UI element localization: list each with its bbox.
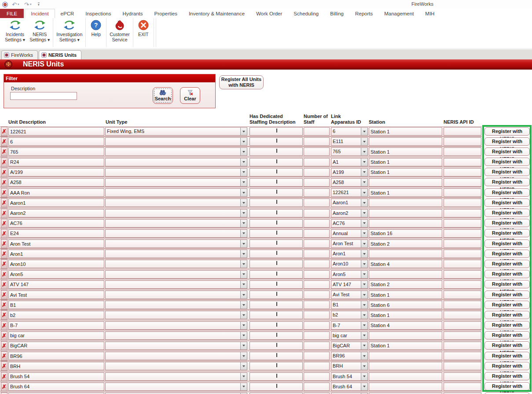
station-input[interactable] [369,147,442,156]
station-input[interactable] [369,311,442,319]
has-dedicated-staffing-cell[interactable] [249,321,303,330]
unit-description-input[interactable] [8,280,104,289]
unit-description-input[interactable] [8,178,104,187]
ribbon-tab-epcr[interactable]: ePCR [55,9,80,18]
dropdown-chevron-icon[interactable] [361,342,367,350]
neris-api-id-input[interactable] [444,239,481,248]
link-apparatus-select[interactable]: Aron1 [331,250,368,258]
dropdown-chevron-icon[interactable] [361,169,367,176]
delete-row-button[interactable]: ✗ [1,229,7,238]
number-of-staff-input[interactable] [304,178,330,187]
link-apparatus-select[interactable]: 6 [331,127,368,136]
station-input[interactable] [369,280,442,289]
neris-api-id-input[interactable] [444,331,481,340]
dropdown-chevron-icon[interactable] [361,301,367,309]
dropdown-chevron-icon[interactable] [361,322,367,329]
dropdown-chevron-icon[interactable] [240,250,247,258]
has-dedicated-staffing-cell[interactable] [249,229,303,238]
doc-tab-fireworks[interactable]: FireWorks [1,50,38,59]
has-dedicated-staffing-cell[interactable] [249,250,303,258]
link-apparatus-select[interactable]: 765 [331,147,368,156]
clear-button[interactable]: Clear [180,87,200,104]
has-dedicated-staffing-cell[interactable] [249,331,303,340]
link-apparatus-select[interactable]: big car [331,331,368,340]
dropdown-chevron-icon[interactable] [361,271,367,278]
neris-settings-button[interactable]: NERISSettings ▾ [27,18,52,47]
station-input[interactable] [369,178,442,187]
station-input[interactable] [369,270,442,279]
has-dedicated-staffing-cell[interactable] [249,352,303,360]
neris-api-id-input[interactable] [444,250,481,258]
number-of-staff-input[interactable] [304,342,330,350]
register-with-neris-button[interactable]: Register with NERIS [484,137,530,146]
register-with-neris-button[interactable]: Register with NERIS [484,382,530,390]
unit-type-select[interactable] [105,383,247,391]
unit-type-select[interactable] [105,239,247,248]
delete-row-button[interactable]: ✗ [1,351,7,361]
neris-api-id-input[interactable] [444,311,481,319]
has-dedicated-staffing-cell[interactable] [249,270,303,279]
unit-description-input[interactable] [8,321,104,330]
register-with-neris-button[interactable]: Register with NERIS [484,168,530,176]
dropdown-chevron-icon[interactable] [361,220,367,227]
station-input[interactable] [369,188,442,197]
dropdown-chevron-icon[interactable] [240,148,247,155]
delete-row-button[interactable]: ✗ [1,239,7,248]
unit-type-select[interactable] [105,250,247,258]
register-with-neris-button[interactable]: Register with NERIS [484,301,530,309]
neris-api-id-input[interactable] [444,158,481,166]
unit-type-select[interactable] [105,158,247,166]
unit-description-input[interactable] [8,372,104,381]
dropdown-chevron-icon[interactable] [361,332,367,339]
number-of-staff-input[interactable] [304,362,330,370]
link-apparatus-select[interactable]: Brush 64 [331,383,368,391]
number-of-staff-input[interactable] [304,270,330,279]
unit-type-select[interactable] [105,147,247,156]
unit-type-select[interactable] [105,291,247,299]
delete-row-button[interactable]: ✗ [1,188,7,197]
description-input[interactable] [10,92,77,100]
has-dedicated-staffing-cell[interactable] [249,372,303,381]
unit-type-select[interactable] [105,331,247,340]
number-of-staff-input[interactable] [304,158,330,166]
unit-description-input[interactable] [8,199,104,207]
link-apparatus-select[interactable]: Brush 54 [331,372,368,381]
register-with-neris-button[interactable]: Register with NERIS [484,341,530,350]
delete-row-button[interactable]: ✗ [1,259,7,269]
link-apparatus-select[interactable]: BR96 [331,352,368,360]
station-input[interactable] [369,352,442,360]
unit-description-input[interactable] [8,239,104,248]
dropdown-chevron-icon[interactable] [240,311,247,319]
unit-type-select[interactable] [105,260,247,268]
unit-type-select[interactable] [105,352,247,360]
register-with-neris-button[interactable]: Register with NERIS [484,372,530,380]
neris-api-id-input[interactable] [444,137,481,146]
station-input[interactable] [369,137,442,146]
dropdown-chevron-icon[interactable] [240,128,247,135]
dropdown-chevron-icon[interactable] [361,383,367,390]
dropdown-chevron-icon[interactable] [240,281,247,288]
number-of-staff-input[interactable] [304,291,330,299]
ribbon-tab-properties[interactable]: Properties [148,9,183,18]
link-apparatus-select[interactable]: Aron Test [331,239,368,248]
delete-row-button[interactable]: ✗ [1,249,7,258]
unit-type-select[interactable] [105,321,247,330]
dropdown-chevron-icon[interactable] [240,260,247,268]
neris-api-id-input[interactable] [444,342,481,350]
has-dedicated-staffing-cell[interactable] [249,209,303,217]
dropdown-chevron-icon[interactable] [361,158,367,166]
register-with-neris-button[interactable]: Register with NERIS [484,291,530,299]
ribbon-tab-reports[interactable]: Reports [349,9,378,18]
link-apparatus-select[interactable]: b2 [331,311,368,319]
link-apparatus-select[interactable]: A258 [331,178,368,187]
neris-api-id-input[interactable] [444,178,481,187]
neris-api-id-input[interactable] [444,291,481,299]
station-input[interactable] [369,372,442,381]
station-input[interactable] [369,362,442,370]
register-with-neris-button[interactable]: Register with NERIS [484,178,530,186]
unit-type-select[interactable] [105,280,247,289]
ribbon-tab-hydrants[interactable]: Hydrants [117,9,148,18]
link-apparatus-select[interactable]: B-7 [331,321,368,330]
link-apparatus-select[interactable]: Aaron2 [331,209,368,217]
unit-description-input[interactable] [8,219,104,228]
